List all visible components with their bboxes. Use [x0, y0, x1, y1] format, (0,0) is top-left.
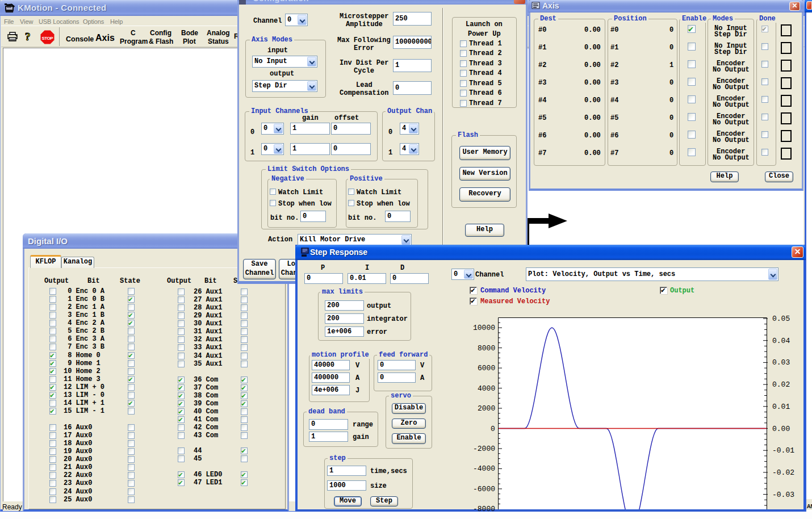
- svg-text:STOP: STOP: [42, 36, 54, 41]
